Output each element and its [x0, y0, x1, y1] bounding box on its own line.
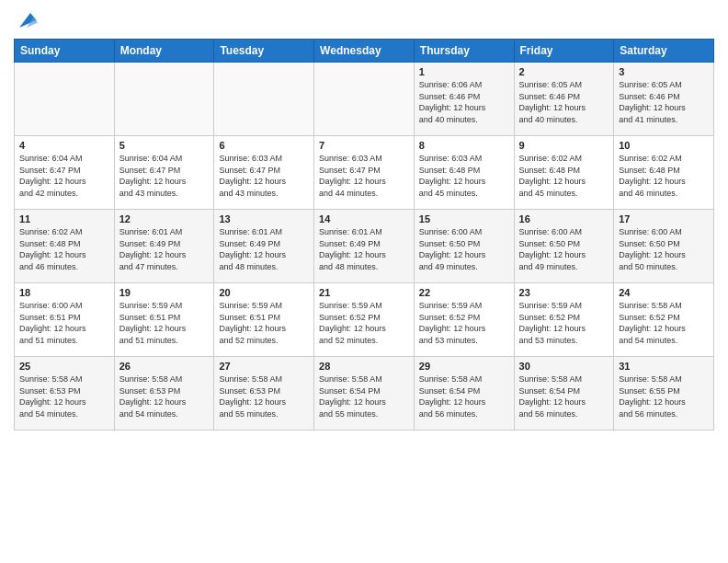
- day-cell: 21Sunrise: 5:59 AM Sunset: 6:52 PM Dayli…: [314, 283, 415, 357]
- day-cell: 16Sunrise: 6:00 AM Sunset: 6:50 PM Dayli…: [514, 210, 614, 283]
- logo: [14, 9, 38, 31]
- day-info: Sunrise: 5:58 AM Sunset: 6:53 PM Dayligh…: [119, 373, 210, 419]
- day-info: Sunrise: 6:02 AM Sunset: 6:48 PM Dayligh…: [519, 153, 609, 199]
- day-number: 22: [419, 287, 509, 298]
- day-cell: 30Sunrise: 5:58 AM Sunset: 6:54 PM Dayli…: [514, 357, 614, 431]
- day-number: 20: [219, 287, 309, 298]
- day-number: 19: [119, 287, 210, 298]
- week-row-1: 4Sunrise: 6:04 AM Sunset: 6:47 PM Daylig…: [15, 136, 714, 210]
- day-cell: [314, 63, 415, 136]
- day-info: Sunrise: 6:05 AM Sunset: 6:46 PM Dayligh…: [619, 79, 709, 125]
- day-info: Sunrise: 6:02 AM Sunset: 6:48 PM Dayligh…: [619, 153, 709, 199]
- day-number: 31: [619, 361, 709, 372]
- day-number: 25: [19, 361, 109, 372]
- day-cell: 10Sunrise: 6:02 AM Sunset: 6:48 PM Dayli…: [614, 136, 714, 210]
- header: [14, 9, 714, 31]
- day-number: 16: [519, 213, 609, 224]
- day-info: Sunrise: 5:59 AM Sunset: 6:52 PM Dayligh…: [419, 300, 509, 346]
- day-cell: 8Sunrise: 6:03 AM Sunset: 6:48 PM Daylig…: [414, 136, 514, 210]
- header-row: SundayMondayTuesdayWednesdayThursdayFrid…: [15, 40, 714, 63]
- day-number: 3: [619, 66, 709, 77]
- day-number: 1: [419, 66, 509, 77]
- day-cell: 28Sunrise: 5:58 AM Sunset: 6:54 PM Dayli…: [314, 357, 415, 431]
- day-info: Sunrise: 6:03 AM Sunset: 6:47 PM Dayligh…: [219, 153, 309, 199]
- day-info: Sunrise: 6:00 AM Sunset: 6:51 PM Dayligh…: [19, 300, 109, 346]
- day-cell: 31Sunrise: 5:58 AM Sunset: 6:55 PM Dayli…: [614, 357, 714, 431]
- day-number: 17: [619, 213, 709, 224]
- day-cell: 9Sunrise: 6:02 AM Sunset: 6:48 PM Daylig…: [514, 136, 614, 210]
- day-info: Sunrise: 6:03 AM Sunset: 6:47 PM Dayligh…: [319, 153, 409, 199]
- day-cell: 19Sunrise: 5:59 AM Sunset: 6:51 PM Dayli…: [114, 283, 214, 357]
- day-info: Sunrise: 6:00 AM Sunset: 6:50 PM Dayligh…: [619, 226, 709, 272]
- day-cell: 15Sunrise: 6:00 AM Sunset: 6:50 PM Dayli…: [414, 210, 514, 283]
- day-info: Sunrise: 6:02 AM Sunset: 6:48 PM Dayligh…: [19, 226, 109, 272]
- day-cell: 26Sunrise: 5:58 AM Sunset: 6:53 PM Dayli…: [114, 357, 214, 431]
- day-cell: 5Sunrise: 6:04 AM Sunset: 6:47 PM Daylig…: [114, 136, 214, 210]
- day-number: 21: [319, 287, 409, 298]
- day-cell: [214, 63, 314, 136]
- page: SundayMondayTuesdayWednesdayThursdayFrid…: [0, 0, 728, 563]
- day-cell: 6Sunrise: 6:03 AM Sunset: 6:47 PM Daylig…: [214, 136, 314, 210]
- header-day-sunday: Sunday: [15, 40, 115, 63]
- week-row-3: 18Sunrise: 6:00 AM Sunset: 6:51 PM Dayli…: [15, 283, 714, 357]
- day-number: 30: [519, 361, 609, 372]
- day-cell: 18Sunrise: 6:00 AM Sunset: 6:51 PM Dayli…: [15, 283, 115, 357]
- week-row-0: 1Sunrise: 6:06 AM Sunset: 6:46 PM Daylig…: [15, 63, 714, 136]
- day-cell: 17Sunrise: 6:00 AM Sunset: 6:50 PM Dayli…: [614, 210, 714, 283]
- day-info: Sunrise: 5:58 AM Sunset: 6:53 PM Dayligh…: [19, 373, 109, 419]
- header-day-monday: Monday: [114, 40, 214, 63]
- day-cell: 3Sunrise: 6:05 AM Sunset: 6:46 PM Daylig…: [614, 63, 714, 136]
- day-info: Sunrise: 5:59 AM Sunset: 6:51 PM Dayligh…: [119, 300, 210, 346]
- day-number: 26: [119, 361, 210, 372]
- day-cell: 14Sunrise: 6:01 AM Sunset: 6:49 PM Dayli…: [314, 210, 415, 283]
- day-cell: 24Sunrise: 5:58 AM Sunset: 6:52 PM Dayli…: [614, 283, 714, 357]
- week-row-2: 11Sunrise: 6:02 AM Sunset: 6:48 PM Dayli…: [15, 210, 714, 283]
- day-number: 13: [219, 213, 309, 224]
- day-cell: 12Sunrise: 6:01 AM Sunset: 6:49 PM Dayli…: [114, 210, 214, 283]
- day-info: Sunrise: 5:58 AM Sunset: 6:53 PM Dayligh…: [219, 373, 309, 419]
- logo-icon: [16, 9, 38, 31]
- day-number: 28: [319, 361, 409, 372]
- day-number: 9: [519, 140, 609, 151]
- day-number: 18: [19, 287, 109, 298]
- day-cell: 23Sunrise: 5:59 AM Sunset: 6:52 PM Dayli…: [514, 283, 614, 357]
- day-info: Sunrise: 5:59 AM Sunset: 6:52 PM Dayligh…: [519, 300, 609, 346]
- day-number: 4: [19, 140, 109, 151]
- day-info: Sunrise: 5:58 AM Sunset: 6:54 PM Dayligh…: [319, 373, 409, 419]
- week-row-4: 25Sunrise: 5:58 AM Sunset: 6:53 PM Dayli…: [15, 357, 714, 431]
- day-info: Sunrise: 6:04 AM Sunset: 6:47 PM Dayligh…: [19, 153, 109, 199]
- day-cell: 1Sunrise: 6:06 AM Sunset: 6:46 PM Daylig…: [414, 63, 514, 136]
- day-number: 6: [219, 140, 309, 151]
- header-day-thursday: Thursday: [414, 40, 514, 63]
- day-cell: 7Sunrise: 6:03 AM Sunset: 6:47 PM Daylig…: [314, 136, 415, 210]
- day-cell: 22Sunrise: 5:59 AM Sunset: 6:52 PM Dayli…: [414, 283, 514, 357]
- day-cell: 4Sunrise: 6:04 AM Sunset: 6:47 PM Daylig…: [15, 136, 115, 210]
- day-info: Sunrise: 5:58 AM Sunset: 6:55 PM Dayligh…: [619, 373, 709, 419]
- calendar-table: SundayMondayTuesdayWednesdayThursdayFrid…: [14, 39, 714, 431]
- header-day-saturday: Saturday: [614, 40, 714, 63]
- day-info: Sunrise: 5:58 AM Sunset: 6:54 PM Dayligh…: [419, 373, 509, 419]
- day-info: Sunrise: 6:00 AM Sunset: 6:50 PM Dayligh…: [419, 226, 509, 272]
- day-number: 23: [519, 287, 609, 298]
- day-cell: 2Sunrise: 6:05 AM Sunset: 6:46 PM Daylig…: [514, 63, 614, 136]
- day-number: 10: [619, 140, 709, 151]
- day-info: Sunrise: 5:58 AM Sunset: 6:54 PM Dayligh…: [519, 373, 609, 419]
- day-info: Sunrise: 6:00 AM Sunset: 6:50 PM Dayligh…: [519, 226, 609, 272]
- day-info: Sunrise: 6:06 AM Sunset: 6:46 PM Dayligh…: [419, 79, 509, 125]
- day-cell: 13Sunrise: 6:01 AM Sunset: 6:49 PM Dayli…: [214, 210, 314, 283]
- day-number: 7: [319, 140, 409, 151]
- day-number: 14: [319, 213, 409, 224]
- day-info: Sunrise: 6:03 AM Sunset: 6:48 PM Dayligh…: [419, 153, 509, 199]
- day-number: 24: [619, 287, 709, 298]
- day-cell: 11Sunrise: 6:02 AM Sunset: 6:48 PM Dayli…: [15, 210, 115, 283]
- day-info: Sunrise: 5:58 AM Sunset: 6:52 PM Dayligh…: [619, 300, 709, 346]
- day-cell: 29Sunrise: 5:58 AM Sunset: 6:54 PM Dayli…: [414, 357, 514, 431]
- day-number: 11: [19, 213, 109, 224]
- header-day-tuesday: Tuesday: [214, 40, 314, 63]
- day-number: 15: [419, 213, 509, 224]
- day-cell: [114, 63, 214, 136]
- day-info: Sunrise: 6:01 AM Sunset: 6:49 PM Dayligh…: [219, 226, 309, 272]
- day-number: 29: [419, 361, 509, 372]
- day-number: 27: [219, 361, 309, 372]
- header-day-friday: Friday: [514, 40, 614, 63]
